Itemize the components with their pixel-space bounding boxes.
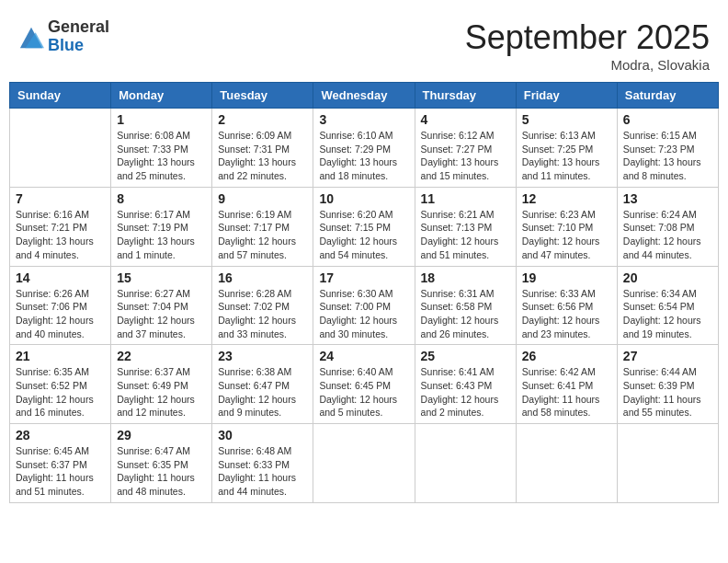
weekday-header: Tuesday	[212, 83, 313, 109]
day-number: 22	[117, 349, 206, 363]
day-number: 18	[421, 270, 510, 285]
day-info: Sunrise: 6:15 AMSunset: 7:23 PMDaylight:…	[623, 129, 712, 183]
day-number: 6	[623, 112, 712, 127]
weekday-header: Saturday	[617, 83, 718, 109]
day-info: Sunrise: 6:45 AMSunset: 6:37 PMDaylight:…	[16, 444, 105, 499]
day-info: Sunrise: 6:21 AMSunset: 7:13 PMDaylight:…	[421, 208, 510, 262]
calendar-cell: 17 Sunrise: 6:30 AMSunset: 7:00 PMDaylig…	[313, 266, 415, 345]
calendar-cell	[516, 424, 617, 503]
logo-blue-text: Blue	[48, 37, 109, 55]
day-info: Sunrise: 6:34 AMSunset: 6:54 PMDaylight:…	[623, 287, 712, 341]
day-number: 10	[319, 191, 408, 206]
day-info: Sunrise: 6:19 AMSunset: 7:17 PMDaylight:…	[218, 208, 307, 262]
calendar-header-row: SundayMondayTuesdayWednesdayThursdayFrid…	[10, 83, 719, 109]
day-info: Sunrise: 6:27 AMSunset: 7:04 PMDaylight:…	[117, 287, 206, 341]
day-info: Sunrise: 6:23 AMSunset: 7:10 PMDaylight:…	[522, 208, 611, 262]
calendar-table: SundayMondayTuesdayWednesdayThursdayFrid…	[9, 82, 719, 503]
day-info: Sunrise: 6:16 AMSunset: 7:21 PMDaylight:…	[16, 208, 105, 262]
calendar-cell: 22 Sunrise: 6:37 AMSunset: 6:49 PMDaylig…	[111, 345, 212, 424]
calendar-cell	[617, 424, 718, 503]
calendar-cell: 5 Sunrise: 6:13 AMSunset: 7:25 PMDayligh…	[516, 109, 617, 188]
day-number: 7	[16, 191, 105, 206]
day-info: Sunrise: 6:35 AMSunset: 6:52 PMDaylight:…	[16, 365, 105, 419]
calendar-week-row: 28 Sunrise: 6:45 AMSunset: 6:37 PMDaylig…	[10, 424, 719, 503]
calendar-cell: 14 Sunrise: 6:26 AMSunset: 7:06 PMDaylig…	[10, 266, 111, 345]
day-number: 29	[117, 428, 206, 442]
day-number: 16	[218, 270, 307, 285]
day-number: 3	[319, 112, 408, 127]
day-info: Sunrise: 6:08 AMSunset: 7:33 PMDaylight:…	[117, 129, 206, 183]
day-info: Sunrise: 6:42 AMSunset: 6:41 PMDaylight:…	[522, 365, 611, 419]
calendar-cell	[415, 424, 516, 503]
day-number: 11	[421, 191, 510, 206]
location: Modra, Slovakia	[465, 57, 710, 73]
day-info: Sunrise: 6:38 AMSunset: 6:47 PMDaylight:…	[218, 365, 307, 419]
day-info: Sunrise: 6:47 AMSunset: 6:35 PMDaylight:…	[117, 444, 206, 499]
day-info: Sunrise: 6:33 AMSunset: 6:56 PMDaylight:…	[522, 287, 611, 341]
calendar-cell: 20 Sunrise: 6:34 AMSunset: 6:54 PMDaylig…	[617, 266, 718, 345]
title-block: September 2025 Modra, Slovakia	[465, 18, 710, 73]
day-number: 26	[522, 349, 611, 363]
day-number: 12	[522, 191, 611, 206]
day-info: Sunrise: 6:24 AMSunset: 7:08 PMDaylight:…	[623, 208, 712, 262]
day-number: 14	[16, 270, 105, 285]
day-number: 15	[117, 270, 206, 285]
day-info: Sunrise: 6:28 AMSunset: 7:02 PMDaylight:…	[218, 287, 307, 341]
day-number: 30	[218, 428, 307, 442]
day-info: Sunrise: 6:17 AMSunset: 7:19 PMDaylight:…	[117, 208, 206, 262]
calendar-cell: 8 Sunrise: 6:17 AMSunset: 7:19 PMDayligh…	[111, 187, 212, 266]
calendar-cell: 21 Sunrise: 6:35 AMSunset: 6:52 PMDaylig…	[10, 345, 111, 424]
day-number: 27	[623, 349, 712, 363]
calendar-cell: 28 Sunrise: 6:45 AMSunset: 6:37 PMDaylig…	[10, 424, 111, 503]
day-info: Sunrise: 6:30 AMSunset: 7:00 PMDaylight:…	[319, 287, 408, 341]
calendar-cell: 3 Sunrise: 6:10 AMSunset: 7:29 PMDayligh…	[313, 109, 415, 188]
calendar-cell: 2 Sunrise: 6:09 AMSunset: 7:31 PMDayligh…	[212, 109, 313, 188]
day-info: Sunrise: 6:09 AMSunset: 7:31 PMDaylight:…	[218, 129, 307, 183]
weekday-header: Monday	[111, 83, 212, 109]
day-number: 5	[522, 112, 611, 127]
weekday-header: Friday	[516, 83, 617, 109]
day-info: Sunrise: 6:12 AMSunset: 7:27 PMDaylight:…	[421, 129, 510, 183]
day-number: 21	[16, 349, 105, 363]
day-number: 8	[117, 191, 206, 206]
day-number: 17	[319, 270, 408, 285]
calendar-cell: 29 Sunrise: 6:47 AMSunset: 6:35 PMDaylig…	[111, 424, 212, 503]
day-number: 2	[218, 112, 307, 127]
calendar-cell: 15 Sunrise: 6:27 AMSunset: 7:04 PMDaylig…	[111, 266, 212, 345]
logo-general-text: General	[48, 18, 109, 37]
day-number: 13	[623, 191, 712, 206]
day-number: 24	[319, 349, 408, 363]
day-info: Sunrise: 6:26 AMSunset: 7:06 PMDaylight:…	[16, 287, 105, 341]
day-number: 19	[522, 270, 611, 285]
weekday-header: Thursday	[415, 83, 516, 109]
logo-icon	[18, 24, 44, 50]
day-info: Sunrise: 6:48 AMSunset: 6:33 PMDaylight:…	[218, 444, 307, 499]
calendar-cell: 27 Sunrise: 6:44 AMSunset: 6:39 PMDaylig…	[617, 345, 718, 424]
weekday-header: Wednesday	[313, 83, 415, 109]
day-info: Sunrise: 6:31 AMSunset: 6:58 PMDaylight:…	[421, 287, 510, 341]
day-info: Sunrise: 6:20 AMSunset: 7:15 PMDaylight:…	[319, 208, 408, 262]
calendar-week-row: 7 Sunrise: 6:16 AMSunset: 7:21 PMDayligh…	[10, 187, 719, 266]
calendar-cell: 24 Sunrise: 6:40 AMSunset: 6:45 PMDaylig…	[313, 345, 415, 424]
calendar-cell: 11 Sunrise: 6:21 AMSunset: 7:13 PMDaylig…	[415, 187, 516, 266]
calendar-cell: 10 Sunrise: 6:20 AMSunset: 7:15 PMDaylig…	[313, 187, 415, 266]
weekday-header: Sunday	[10, 83, 111, 109]
day-info: Sunrise: 6:37 AMSunset: 6:49 PMDaylight:…	[117, 365, 206, 419]
calendar-week-row: 21 Sunrise: 6:35 AMSunset: 6:52 PMDaylig…	[10, 345, 719, 424]
day-number: 1	[117, 112, 206, 127]
calendar-cell: 23 Sunrise: 6:38 AMSunset: 6:47 PMDaylig…	[212, 345, 313, 424]
day-info: Sunrise: 6:13 AMSunset: 7:25 PMDaylight:…	[522, 129, 611, 183]
calendar-cell: 26 Sunrise: 6:42 AMSunset: 6:41 PMDaylig…	[516, 345, 617, 424]
day-number: 4	[421, 112, 510, 127]
calendar-cell: 16 Sunrise: 6:28 AMSunset: 7:02 PMDaylig…	[212, 266, 313, 345]
calendar-week-row: 14 Sunrise: 6:26 AMSunset: 7:06 PMDaylig…	[10, 266, 719, 345]
calendar-cell: 4 Sunrise: 6:12 AMSunset: 7:27 PMDayligh…	[415, 109, 516, 188]
day-info: Sunrise: 6:40 AMSunset: 6:45 PMDaylight:…	[319, 365, 408, 419]
page-header: General Blue September 2025 Modra, Slova…	[9, 9, 719, 77]
day-info: Sunrise: 6:41 AMSunset: 6:43 PMDaylight:…	[421, 365, 510, 419]
day-number: 20	[623, 270, 712, 285]
calendar-cell: 25 Sunrise: 6:41 AMSunset: 6:43 PMDaylig…	[415, 345, 516, 424]
calendar-cell: 7 Sunrise: 6:16 AMSunset: 7:21 PMDayligh…	[10, 187, 111, 266]
calendar-cell	[10, 109, 111, 188]
day-number: 23	[218, 349, 307, 363]
